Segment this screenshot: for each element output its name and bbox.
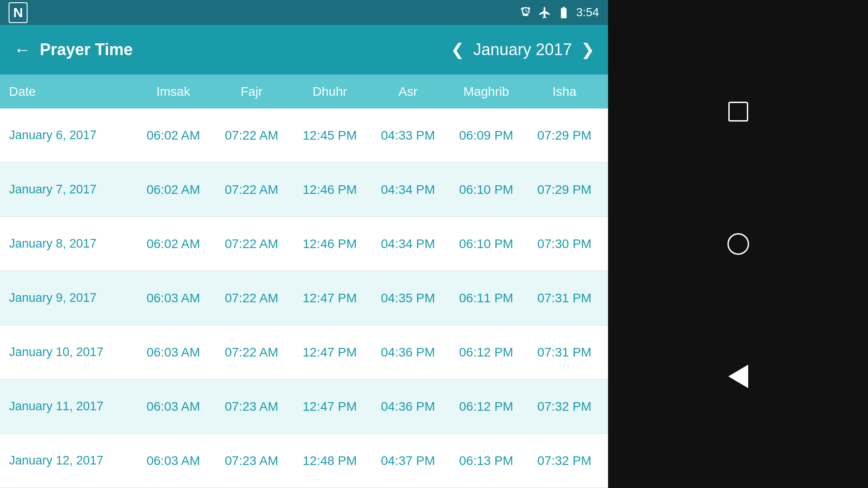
isha-cell: 07:30 PM [525, 237, 604, 251]
table-row: January 7, 201706:02 AM07:22 AM12:46 PM0… [0, 163, 608, 217]
dhuhr-cell: 12:46 PM [291, 237, 369, 251]
table-row: January 12, 201706:03 AM07:23 AM12:48 PM… [0, 434, 608, 488]
col-asr: Asr [369, 84, 447, 99]
date-cell: January 8, 2017 [5, 237, 134, 251]
maghrib-cell: 06:11 PM [447, 291, 525, 305]
date-cell: January 6, 2017 [5, 128, 134, 142]
circle-icon [727, 233, 749, 255]
back-button[interactable]: ← [14, 41, 31, 58]
col-dhuhr: Dhuhr [291, 84, 369, 99]
maghrib-cell: 06:13 PM [447, 454, 525, 468]
toolbar-left: ← Prayer Time [14, 40, 132, 59]
asr-cell: 04:34 PM [369, 237, 447, 251]
asr-cell: 04:37 PM [369, 454, 447, 468]
imsak-cell: 06:02 AM [134, 237, 212, 251]
isha-cell: 07:29 PM [525, 128, 604, 143]
fajr-cell: 07:22 AM [212, 128, 291, 143]
asr-cell: 04:34 PM [369, 183, 447, 197]
dhuhr-cell: 12:47 PM [291, 345, 369, 360]
month-nav: ❮ January 2017 ❯ [451, 40, 594, 59]
maghrib-cell: 06:12 PM [447, 345, 525, 360]
alarm-icon [519, 6, 533, 19]
home-button[interactable] [725, 230, 752, 258]
app-container: N 3:54 ← Prayer Time ❮ January 20 [0, 0, 608, 488]
isha-cell: 07:29 PM [525, 183, 604, 197]
imsak-cell: 06:03 AM [134, 399, 212, 414]
maghrib-cell: 06:12 PM [447, 399, 525, 414]
isha-cell: 07:32 PM [525, 399, 604, 414]
isha-cell: 07:31 PM [525, 345, 604, 360]
isha-cell: 07:31 PM [525, 291, 604, 305]
fajr-cell: 07:22 AM [212, 291, 291, 305]
table-row: January 10, 201706:03 AM07:22 AM12:47 PM… [0, 325, 608, 380]
col-maghrib: Maghrib [447, 84, 525, 99]
asr-cell: 04:36 PM [369, 399, 447, 414]
airplane-icon [538, 6, 552, 19]
col-fajr: Fajr [212, 84, 291, 99]
fajr-cell: 07:22 AM [212, 183, 291, 197]
date-cell: January 11, 2017 [5, 399, 134, 413]
app-logo: N [9, 4, 27, 22]
imsak-cell: 06:03 AM [134, 454, 212, 468]
asr-cell: 04:36 PM [369, 345, 447, 360]
imsak-cell: 06:03 AM [134, 291, 212, 305]
table-row: January 11, 201706:03 AM07:23 AM12:47 PM… [0, 380, 608, 434]
toolbar: ← Prayer Time ❮ January 2017 ❯ [0, 25, 608, 75]
prev-month-button[interactable]: ❮ [451, 40, 464, 59]
col-imsak: Imsak [134, 84, 212, 99]
fajr-cell: 07:22 AM [212, 345, 291, 360]
dhuhr-cell: 12:47 PM [291, 291, 369, 305]
next-month-button[interactable]: ❯ [581, 40, 594, 59]
date-cell: January 7, 2017 [5, 183, 134, 197]
maghrib-cell: 06:09 PM [447, 128, 525, 143]
asr-cell: 04:33 PM [369, 128, 447, 143]
battery-icon [557, 6, 571, 19]
date-cell: January 12, 2017 [5, 454, 134, 468]
dhuhr-cell: 12:45 PM [291, 128, 369, 143]
page-title: Prayer Time [40, 40, 132, 59]
table-row: January 6, 201706:02 AM07:22 AM12:45 PM0… [0, 108, 608, 163]
recent-apps-button[interactable] [725, 98, 752, 125]
asr-cell: 04:35 PM [369, 291, 447, 305]
table-row: January 9, 201706:03 AM07:22 AM12:47 PM0… [0, 271, 608, 325]
status-bar-left: N [9, 4, 27, 22]
table-row: January 8, 201706:02 AM07:22 AM12:46 PM0… [0, 217, 608, 271]
fajr-cell: 07:23 AM [212, 454, 291, 468]
dhuhr-cell: 12:47 PM [291, 399, 369, 414]
table-body: January 6, 201706:02 AM07:22 AM12:45 PM0… [0, 108, 608, 488]
maghrib-cell: 06:10 PM [447, 237, 525, 251]
col-isha: Isha [525, 84, 604, 99]
date-cell: January 9, 2017 [5, 291, 134, 305]
android-nav-bar [608, 0, 868, 488]
time-display: 3:54 [576, 5, 599, 19]
dhuhr-cell: 12:46 PM [291, 183, 369, 197]
imsak-cell: 06:02 AM [134, 183, 212, 197]
imsak-cell: 06:03 AM [134, 345, 212, 360]
n-logo-icon: N [9, 2, 28, 23]
table-header: Date Imsak Fajr Dhuhr Asr Maghrib Isha [0, 75, 608, 108]
date-cell: January 10, 2017 [5, 345, 134, 359]
fajr-cell: 07:22 AM [212, 237, 291, 251]
month-label: January 2017 [473, 40, 572, 59]
status-bar: N 3:54 [0, 0, 608, 25]
imsak-cell: 06:02 AM [134, 128, 212, 143]
back-nav-button[interactable] [725, 363, 752, 390]
status-bar-right: 3:54 [519, 5, 599, 19]
maghrib-cell: 06:10 PM [447, 183, 525, 197]
fajr-cell: 07:23 AM [212, 399, 291, 414]
square-icon [728, 102, 748, 122]
isha-cell: 07:32 PM [525, 454, 604, 468]
col-date: Date [5, 84, 134, 99]
back-triangle-icon [728, 365, 748, 388]
dhuhr-cell: 12:48 PM [291, 454, 369, 468]
